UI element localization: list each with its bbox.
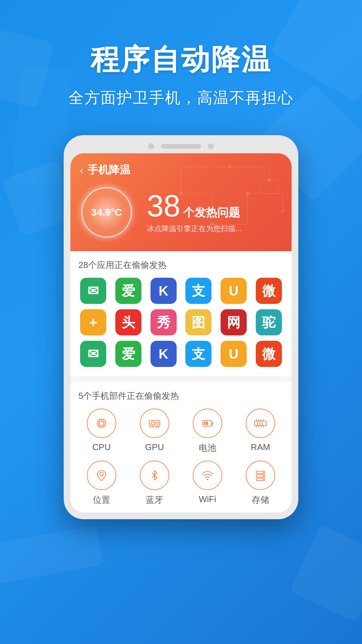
hw-grid-1: CPU GPU 电池 [78, 409, 284, 454]
hw-item: GPU [131, 409, 178, 454]
hardware-section: 5个手机部件正在偷偷发热 CPU GPU [70, 382, 292, 513]
app-icon[interactable]: U [221, 341, 247, 367]
app-icon-wrapper: 爱 [114, 278, 143, 304]
app-icon-wrapper: ✉ [78, 341, 108, 367]
app-icon[interactable]: 驼 [256, 309, 282, 335]
app-icon-wrapper: 支 [184, 341, 214, 367]
hw-label: 蓝牙 [146, 494, 163, 506]
app-icon[interactable]: 网 [221, 309, 247, 335]
apps-section-title: 28个应用正在偷偷发热 [78, 259, 284, 271]
svg-rect-41 [204, 422, 206, 425]
svg-point-36 [156, 422, 158, 425]
hw-item: 电池 [184, 409, 231, 454]
screen-title: 手机降温 [87, 163, 130, 177]
hw-grid-2: 位置 蓝牙 WiFi [78, 461, 284, 506]
app-icon-wrapper: U [219, 341, 249, 367]
phone-top-bar [70, 143, 292, 149]
app-icon[interactable]: 图 [185, 309, 212, 335]
app-icon[interactable]: K [150, 341, 177, 367]
svg-rect-43 [255, 421, 266, 426]
hw-icon-bluetooth [140, 461, 169, 490]
app-icon[interactable]: 爱 [115, 341, 141, 367]
app-icon[interactable]: 支 [185, 278, 212, 304]
app-icon[interactable]: 支 [185, 341, 212, 367]
hardware-section-title: 5个手机部件正在偷偷发热 [78, 390, 284, 402]
hw-item: CPU [78, 409, 125, 454]
hw-label: 存储 [252, 494, 269, 506]
hw-item: RAM [237, 409, 284, 454]
hw-label: 电池 [199, 442, 216, 454]
phone-camera-right [208, 143, 214, 149]
hero-section: 程序自动降温 全方面护卫手机，高温不再担心 [68, 40, 294, 108]
app-icon[interactable]: 秀 [150, 309, 177, 335]
phone-camera [148, 143, 154, 149]
app-icon-wrapper: 支 [184, 278, 214, 304]
app-icon[interactable]: 爱 [115, 278, 141, 304]
temperature-value: 34.9°C [91, 207, 122, 218]
apps-grid: ✉爱K支U微+头秀图网驼✉爱K支U微 [78, 278, 284, 367]
phone-screen: ‹ 手机降温 34.9°C 38 个发热问题 [70, 153, 292, 513]
svg-point-13 [228, 165, 231, 168]
hw-icon-location [87, 461, 116, 490]
app-icon-wrapper: 头 [114, 309, 143, 335]
hero-subtitle: 全方面护卫手机，高温不再担心 [68, 88, 294, 108]
hw-label: GPU [145, 442, 164, 452]
temperature-circle: 34.9°C [80, 185, 133, 239]
app-icon-wrapper: 网 [219, 309, 249, 335]
scan-description: 冰点降温引擎正在为您扫描... [147, 224, 241, 234]
hw-item-2: 存储 [237, 461, 284, 506]
app-icon-wrapper: 图 [184, 309, 214, 335]
svg-point-15 [282, 210, 284, 212]
hw-item-2: 蓝牙 [131, 461, 178, 506]
svg-point-62 [262, 479, 264, 480]
hw-label: RAM [251, 442, 270, 452]
hw-label: 位置 [93, 494, 110, 506]
svg-rect-16 [98, 420, 105, 427]
hw-item-2: 位置 [78, 461, 125, 506]
app-icon[interactable]: 微 [256, 278, 282, 304]
svg-point-60 [262, 472, 264, 473]
app-icon-wrapper: 秀 [148, 309, 178, 335]
svg-point-56 [207, 479, 208, 480]
svg-rect-17 [100, 421, 104, 425]
hw-icon-wifi [193, 461, 222, 490]
app-icon-wrapper: ✉ [78, 278, 108, 304]
hw-icon-cpu [87, 409, 116, 438]
app-icon-wrapper: U [219, 278, 249, 304]
apps-section: 28个应用正在偷偷发热 ✉爱K支U微+头秀图网驼✉爱K支U微 [70, 251, 292, 376]
app-icon[interactable]: + [80, 309, 106, 335]
hw-icon-storage [246, 461, 275, 490]
app-icon-wrapper: 驼 [254, 309, 284, 335]
app-icon[interactable]: ✉ [80, 341, 106, 367]
app-icon[interactable]: U [221, 278, 247, 304]
app-icon-wrapper: 微 [254, 341, 284, 367]
app-icon-wrapper: K [148, 278, 178, 304]
app-icon[interactable]: ✉ [80, 278, 106, 304]
hw-label: CPU [93, 442, 111, 452]
hw-icon-ram [246, 409, 275, 438]
phone-speaker [161, 144, 201, 149]
app-icon-wrapper: + [78, 309, 108, 335]
svg-rect-31 [152, 422, 155, 425]
app-icon[interactable]: K [150, 278, 177, 304]
divider [78, 376, 284, 377]
hw-icon-gpu [140, 409, 169, 438]
back-button[interactable]: ‹ [80, 164, 83, 176]
hw-label: WiFi [199, 494, 216, 504]
app-icon[interactable]: 微 [256, 341, 282, 367]
app-icon-wrapper: 微 [254, 278, 284, 304]
app-icon-wrapper: 爱 [114, 341, 143, 367]
hw-item-2: WiFi [184, 461, 231, 506]
svg-rect-12 [261, 180, 279, 194]
app-icon[interactable]: 头 [115, 309, 141, 335]
hero-title: 程序自动降温 [68, 40, 294, 79]
app-header: ‹ 手机降温 34.9°C 38 个发热问题 [70, 153, 292, 251]
svg-rect-42 [206, 422, 208, 425]
svg-point-61 [262, 475, 264, 477]
phone-mockup: ‹ 手机降温 34.9°C 38 个发热问题 [64, 135, 298, 519]
svg-point-55 [100, 472, 104, 476]
app-icon-wrapper: K [148, 341, 178, 367]
hw-icon-battery [193, 409, 222, 438]
